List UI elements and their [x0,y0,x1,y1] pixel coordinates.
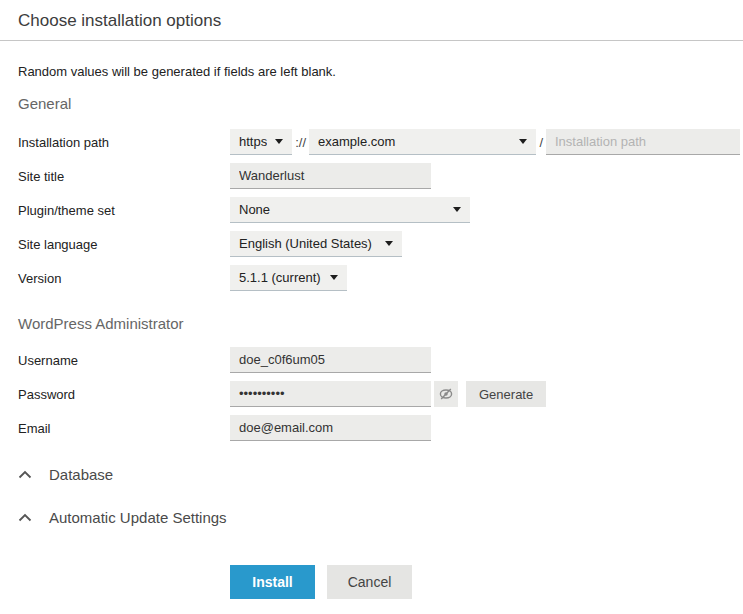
plugin-theme-set-select[interactable]: None [230,197,470,223]
install-button[interactable]: Install [230,565,315,599]
chevron-down-icon [519,139,527,144]
password-input[interactable] [230,381,431,407]
site-language-value: English (United States) [239,236,377,251]
chevron-up-icon [18,513,32,522]
version-row: Version 5.1.1 (current) [18,265,725,291]
password-row: Password Generate [18,381,725,407]
administrator-section-heading: WordPress Administrator [18,315,725,332]
username-row: Username [18,347,725,373]
plugin-theme-set-row: Plugin/theme set None [18,197,725,223]
installation-path-label: Installation path [18,135,230,150]
chevron-down-icon [330,275,338,280]
site-language-select[interactable]: English (United States) [230,231,402,257]
title-divider [0,40,743,41]
version-label: Version [18,271,230,286]
site-title-label: Site title [18,169,230,184]
blank-fields-note: Random values will be generated if field… [18,64,725,79]
username-input[interactable] [230,347,431,373]
installation-path-row: Installation path https :// example.com … [18,129,740,155]
general-section-heading: General [18,95,725,112]
show-password-button[interactable] [434,381,458,407]
plugin-theme-set-label: Plugin/theme set [18,203,230,218]
site-language-row: Site language English (United States) [18,231,725,257]
cancel-button[interactable]: Cancel [327,565,412,599]
version-value: 5.1.1 (current) [239,270,322,285]
administrator-form: Username Password Generate Email [18,347,725,441]
site-title-input[interactable] [230,163,431,189]
email-input[interactable] [230,415,431,441]
plugin-theme-set-value: None [239,202,445,217]
eye-off-icon [438,386,454,402]
protocol-separator: :// [295,135,306,150]
installation-path-input[interactable] [546,129,740,155]
dialog-body: Random values will be generated if field… [0,64,743,599]
chevron-down-icon [385,241,393,246]
protocol-select[interactable]: https [230,129,292,155]
chevron-down-icon [453,207,461,212]
automatic-update-settings-toggle[interactable]: Automatic Update Settings [18,509,725,526]
email-label: Email [18,421,230,436]
dialog-footer: Install Cancel [230,565,725,599]
general-form: Installation path https :// example.com … [18,129,725,291]
install-options-dialog: Choose installation options Random value… [0,0,743,614]
site-title-row: Site title [18,163,725,189]
chevron-down-icon [275,139,283,144]
password-label: Password [18,387,230,402]
page-title: Choose installation options [0,0,743,40]
protocol-select-value: https [239,134,267,149]
database-section-toggle[interactable]: Database [18,466,725,483]
site-language-label: Site language [18,237,230,252]
generate-password-button[interactable]: Generate [466,381,546,407]
version-select[interactable]: 5.1.1 (current) [230,265,347,291]
automatic-update-settings-label: Automatic Update Settings [49,509,227,526]
database-section-label: Database [49,466,113,483]
username-label: Username [18,353,230,368]
domain-select-value: example.com [318,134,511,149]
email-row: Email [18,415,725,441]
path-separator: / [539,135,543,150]
chevron-up-icon [18,470,32,479]
domain-select[interactable]: example.com [309,129,536,155]
